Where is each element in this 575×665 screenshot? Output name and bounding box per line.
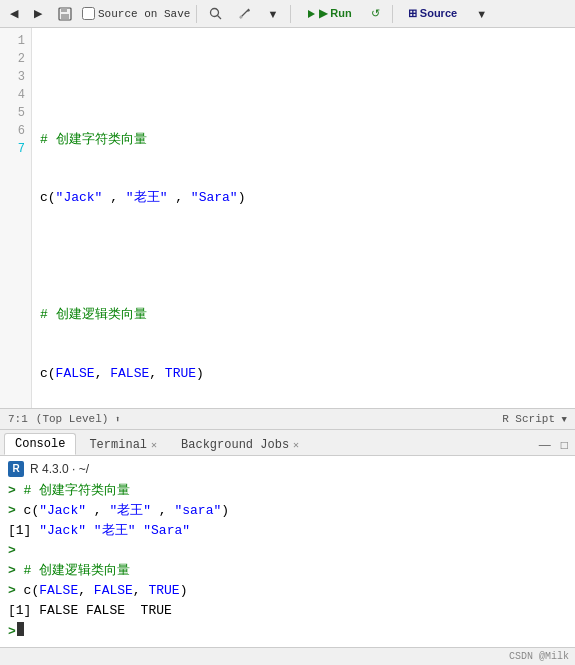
search-icon [209,7,222,20]
tab-console-label: Console [15,437,65,451]
source-arrow-button[interactable]: ▼ [470,5,493,23]
forward-button[interactable]: ▶ [28,4,48,23]
line-num-1: 1 [4,32,25,50]
svg-point-3 [211,9,219,17]
console-tabs: Console Terminal ✕ Background Jobs ✕ — □ [0,430,575,456]
console-empty-1: > [8,541,567,561]
r-version-text: R 4.3.0 · ~/ [30,460,89,479]
console-empty-prompt-2: > [8,622,16,642]
back-button[interactable]: ◀ [4,4,24,23]
console-comment-1: # 创建字符类向量 [16,481,130,501]
line-num-7: 7 [4,140,25,158]
console-prompt-1: > [8,481,16,501]
line-num-4: 4 [4,86,25,104]
main-panel: ◀ ▶ Source on Save ▼ [0,0,575,665]
code-line-4 [40,247,567,267]
code-line-2: # 创建字符类向量 [40,130,567,150]
watermark-text: CSDN @Milk [509,651,569,662]
line-num-2: 2 [4,50,25,68]
console-maximize-button[interactable]: □ [558,437,571,453]
save-icon [58,7,72,21]
toolbar: ◀ ▶ Source on Save ▼ [0,0,575,28]
console-panel: Console Terminal ✕ Background Jobs ✕ — □… [0,430,575,647]
status-bar: 7:1 (Top Level) ⬆ R Script ▼ [0,408,575,430]
tab-console[interactable]: Console [4,433,76,455]
code-line-6: c(FALSE, FALSE, TRUE) [40,364,567,384]
tab-terminal-label: Terminal [89,438,147,452]
line-num-5: 5 [4,104,25,122]
console-line-1: > # 创建字符类向量 [8,481,567,501]
console-code-4: c(FALSE, FALSE, TRUE) [16,581,188,601]
console-prompt-4: > [8,581,16,601]
console-result-text-2: [1] FALSE FALSE TRUE [8,601,172,621]
run-icon [306,9,316,19]
svg-marker-6 [308,10,315,18]
cursor-position: 7:1 [8,413,28,425]
tab-terminal[interactable]: Terminal ✕ [78,434,168,455]
source-on-save-label[interactable]: Source on Save [82,7,190,20]
save-button[interactable] [52,4,78,24]
tab-terminal-close[interactable]: ✕ [151,439,157,451]
script-type: R Script ▼ [502,413,567,425]
code-line-5: # 创建逻辑类向量 [40,305,567,325]
line-numbers: 1 2 3 4 5 6 7 [0,28,32,408]
console-line-2: > c("Jack" , "老王" , "sara") [8,501,567,521]
line-num-6: 6 [4,122,25,140]
console-comment-2: # 创建逻辑类向量 [16,561,130,581]
console-prompt-3: > [8,561,16,581]
separator-2 [290,5,291,23]
console-code-2: c("Jack" , "老王" , "sara") [16,501,229,521]
console-result-1: [1] "Jack" "老王" "Sara" [8,521,567,541]
console-line-3: > # 创建逻辑类向量 [8,561,567,581]
code-editor[interactable]: # 创建字符类向量 c("Jack" , "老王" , "Sara") # 创建… [32,28,575,408]
search-button[interactable] [203,4,228,23]
run-button[interactable]: ▶ Run [297,4,360,23]
tab-background-jobs-close[interactable]: ✕ [293,439,299,451]
options-arrow-button[interactable]: ▼ [261,5,284,23]
console-result-2: [1] FALSE FALSE TRUE [8,601,567,621]
code-line-1 [40,71,567,91]
console-output[interactable]: R R 4.3.0 · ~/ > # 创建字符类向量 > c("Jack" , … [0,456,575,647]
separator-3 [392,5,393,23]
console-empty-prompt-1: > [8,541,16,561]
source-on-save-checkbox[interactable] [82,7,95,20]
separator-1 [196,5,197,23]
svg-rect-1 [61,8,67,12]
console-minimize-button[interactable]: — [536,437,554,453]
svg-rect-2 [61,14,69,19]
console-cursor [17,622,24,636]
tab-background-jobs-label: Background Jobs [181,438,289,452]
editor: 1 2 3 4 5 6 7 # 创建字符类向量 c("Jack" , "老王" … [0,28,575,408]
console-empty-2: > [8,622,567,642]
rerun-button[interactable]: ↺ [365,4,386,23]
console-line-4: > c(FALSE, FALSE, TRUE) [8,581,567,601]
source-button[interactable]: ⊞ Source [399,4,466,23]
magic-icon [238,7,251,20]
magic-button[interactable] [232,4,257,23]
console-version-line: R R 4.3.0 · ~/ [8,460,567,479]
line-num-3: 3 [4,68,25,86]
console-icons: — □ [536,437,571,455]
console-prompt-2: > [8,501,16,521]
tab-background-jobs[interactable]: Background Jobs ✕ [170,434,310,455]
svg-point-5 [240,16,243,19]
scope-label: (Top Level) ⬆ [36,413,121,425]
r-logo: R [8,461,24,477]
svg-line-4 [218,16,222,20]
watermark: CSDN @Milk [0,647,575,665]
console-result-text-1: [1] "Jack" "老王" "Sara" [8,521,190,541]
code-line-3: c("Jack" , "老王" , "Sara") [40,188,567,208]
